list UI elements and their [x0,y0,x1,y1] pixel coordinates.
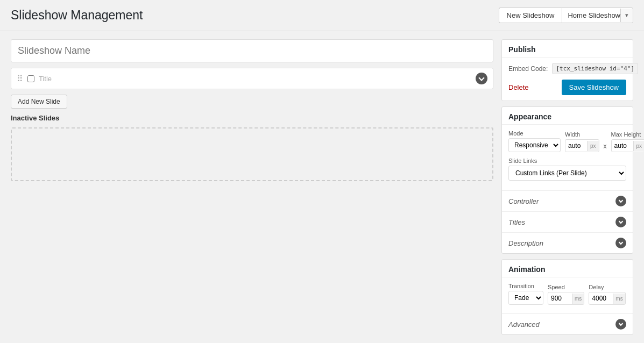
delay-label: Delay [589,284,625,290]
delay-input-wrapper: ms [589,292,625,305]
appearance-mode-row: Mode Responsive Fixed Full Width Width [508,130,626,152]
max-height-field-group: Max Height px [611,131,644,152]
slide-links-row: Slide Links Custom Links (Per Slide) No … [508,158,626,181]
controller-collapsible[interactable]: Controller [502,190,633,211]
description-label: Description [508,239,543,247]
mode-select[interactable]: Responsive Fixed Full Width [508,138,561,152]
controller-chevron-icon [615,196,626,206]
delay-ms-label: ms [613,294,625,304]
appearance-panel-header: Appearance [502,107,633,125]
appearance-panel-body: Mode Responsive Fixed Full Width Width [502,125,633,190]
titles-label: Titles [508,218,525,226]
animation-row: Transition Fade Slide Zoom Speed [508,283,626,305]
slide-checkbox[interactable] [27,75,34,82]
home-slideshow-label: Home Slideshow [562,8,620,23]
animation-panel-body: Transition Fade Slide Zoom Speed [502,277,633,313]
inactive-drop-zone [11,127,493,181]
slideshow-name-input[interactable] [11,39,493,62]
speed-input-wrapper: ms [548,292,584,305]
mode-field-group: Mode Responsive Fixed Full Width [508,130,561,152]
description-chevron-icon [615,238,626,248]
max-height-input-wrapper: px [611,139,644,152]
appearance-panel: Appearance Mode Responsive Fixed Full Wi… [501,106,633,254]
inactive-slides-label: Inactive Slides [11,114,493,122]
advanced-chevron-icon [615,319,626,330]
slide-links-select[interactable]: Custom Links (Per Slide) No Links Open I… [508,166,626,181]
animation-panel-header: Animation [502,260,633,277]
slide-links-label: Slide Links [508,158,626,164]
controller-label: Controller [508,197,539,205]
publish-panel-body: Embed Code: [tcx_slideshow id="4"] Delet… [502,58,633,101]
mode-label: Mode [508,130,561,137]
max-height-px-label: px [633,141,644,151]
header-actions: New Slideshow Home Slideshow ▾ [499,8,633,23]
transition-field-group: Transition Fade Slide Zoom [508,283,543,305]
home-slideshow-dropdown[interactable]: Home Slideshow ▾ [562,8,633,23]
speed-input[interactable] [548,292,572,304]
embed-code-value[interactable]: [tcx_slideshow id="4"] [552,63,638,74]
speed-label: Speed [548,284,584,290]
embed-code-label: Embed Code: [508,65,548,73]
speed-ms-label: ms [572,294,584,304]
main-layout: ⠿ Title Add New Slide Inactive Slides Pu… [0,31,644,343]
page-wrapper: Slideshow Management New Slideshow Home … [0,0,644,343]
drag-handle-icon[interactable]: ⠿ [17,74,23,84]
slide-row: ⠿ Title [11,68,493,89]
animation-panel: Animation Transition Fade Slide Zoom [501,259,633,335]
transition-select[interactable]: Fade Slide Zoom [509,291,543,304]
slide-chevron-icon[interactable] [476,73,487,84]
publish-panel-header: Publish [502,40,633,58]
width-field-group: Width px [565,131,599,152]
advanced-label: Advanced [508,320,540,328]
publish-actions: Delete Save Slideshow [508,80,626,95]
embed-code-row: Embed Code: [tcx_slideshow id="4"] [508,63,626,74]
width-label: Width [565,131,599,138]
new-slideshow-button[interactable]: New Slideshow [499,8,562,23]
max-height-input[interactable] [612,140,633,152]
delete-button[interactable]: Delete [508,83,529,91]
width-px-label: px [587,141,599,151]
left-panel: ⠿ Title Add New Slide Inactive Slides [11,39,493,181]
right-panel: Publish Embed Code: [tcx_slideshow id="4… [501,39,633,335]
page-title: Slideshow Management [11,8,143,23]
transition-label: Transition [508,283,543,289]
home-slideshow-arrow-icon[interactable]: ▾ [620,9,633,22]
titles-chevron-icon [615,217,626,227]
speed-field-group: Speed ms [548,284,584,305]
top-header: Slideshow Management New Slideshow Home … [0,0,644,31]
max-height-label: Max Height [611,131,644,138]
width-input-wrapper: px [565,139,599,152]
delay-input[interactable] [589,292,613,304]
width-input[interactable] [565,140,587,152]
delay-field-group: Delay ms [589,284,625,305]
transition-select-wrap: Fade Slide Zoom [508,291,543,305]
slide-title-placeholder: Title [39,75,476,83]
save-slideshow-button[interactable]: Save Slideshow [562,80,627,95]
description-collapsible[interactable]: Description [502,232,633,253]
advanced-collapsible[interactable]: Advanced [502,313,633,334]
x-divider: x [604,142,607,152]
titles-collapsible[interactable]: Titles [502,211,633,232]
publish-panel: Publish Embed Code: [tcx_slideshow id="4… [501,39,633,101]
add-new-slide-button[interactable]: Add New Slide [11,95,67,109]
